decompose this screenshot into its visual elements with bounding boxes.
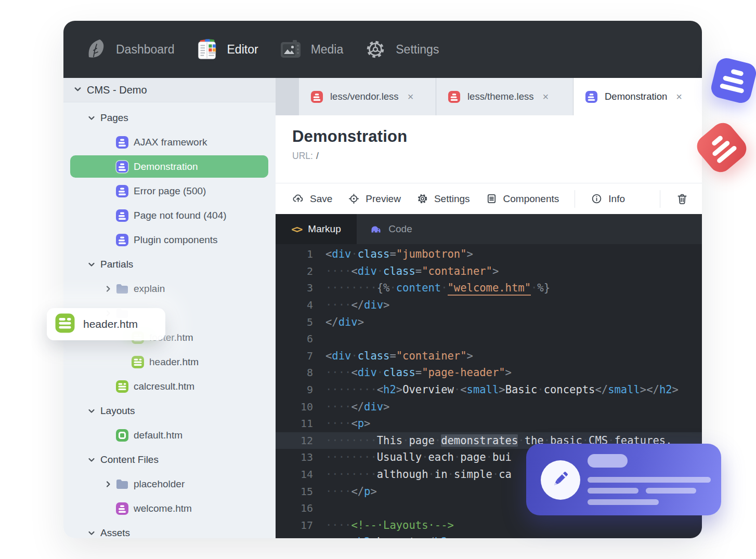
tree-item-label: Layouts <box>100 405 135 417</box>
code-line-10[interactable]: 10····</div> <box>276 398 702 415</box>
document-tab-less-theme.less[interactable]: less/theme.less × <box>436 78 573 115</box>
content-file-icon <box>115 502 129 515</box>
folder-icon <box>115 477 129 491</box>
url-label: URL: <box>292 151 313 161</box>
partial-file-icon <box>131 355 145 369</box>
line-number: 6 <box>276 332 325 345</box>
chevron-down-icon <box>87 260 96 269</box>
tree-section-pages[interactable]: Pages <box>63 105 276 130</box>
tree-item-error-page-500-[interactable]: Error page (500) <box>63 179 276 203</box>
toolbar-divider <box>575 190 575 208</box>
media-camera-icon <box>279 38 302 61</box>
toolbar-button-label: Settings <box>434 193 470 205</box>
skeleton-line <box>588 477 711 483</box>
editor-tab-markup[interactable]: <>Markup <box>276 214 357 244</box>
code-line-5[interactable]: 5</div> <box>276 313 702 330</box>
components-button[interactable]: Components <box>486 193 559 205</box>
nav-item-dashboard[interactable]: Dashboard <box>84 38 175 61</box>
document-tabstrip: less/vendor.less × less/theme.less × Dem… <box>276 78 702 115</box>
code-line-1[interactable]: 1<div·class="jumbotron"> <box>276 246 702 263</box>
tree-item-ajax-framework[interactable]: AJAX framework <box>63 130 276 154</box>
tree-item-default.htm[interactable]: default.htm <box>63 423 276 447</box>
preview-button[interactable]: Preview <box>348 193 401 205</box>
code-line-2[interactable]: 2····<div·class="container"> <box>276 263 702 280</box>
tree-section-assets[interactable]: Assets <box>63 521 276 538</box>
editor-tab-code[interactable]: Code <box>357 214 425 244</box>
nav-item-editor[interactable]: Editor <box>195 38 258 61</box>
document-header: Demonstration URL:/ <box>276 115 702 183</box>
nav-item-label: Dashboard <box>116 43 175 57</box>
tree-item-demonstration[interactable]: Demonstration <box>63 154 276 179</box>
tree-item-label: explain <box>134 283 165 295</box>
tree-item-plugin-components[interactable]: Plugin components <box>63 228 276 252</box>
drag-ghost: header.htm <box>47 308 165 340</box>
tree-item-label: Partials <box>100 259 133 270</box>
document-tab-less-vendor.less[interactable]: less/vendor.less × <box>299 78 436 115</box>
page-file-icon <box>115 184 129 198</box>
tree-item-label: AJAX framework <box>134 137 207 148</box>
tab-label: less/vendor.less <box>330 91 399 102</box>
line-number: 4 <box>276 299 325 311</box>
info-button[interactable]: Info <box>591 193 625 205</box>
file-red-icon <box>448 90 461 103</box>
skeleton-line <box>588 488 638 494</box>
folder-icon <box>115 282 129 296</box>
tree-item-explain[interactable]: explain <box>63 276 276 301</box>
line-number: 17 <box>276 519 325 531</box>
line-number: 16 <box>276 502 325 514</box>
floating-document-icon <box>709 56 756 105</box>
code-line-18[interactable]: 18····<h2>Layouts</h2> <box>276 534 702 538</box>
page-icon <box>585 90 598 103</box>
line-number: 12 <box>276 434 325 447</box>
tree-section-partials[interactable]: Partials <box>63 252 276 276</box>
tree-item-label: Assets <box>100 527 130 539</box>
tree-item-calcresult.htm[interactable]: calcresult.htm <box>63 374 276 398</box>
code-line-3[interactable]: 3········{%·content·"welcome.htm"·%} <box>276 280 702 297</box>
page-canvas: Dashboard Editor Media Settings <box>0 0 756 559</box>
tree-item-label: welcome.htm <box>134 503 192 514</box>
tree-item-page-not-found-404-[interactable]: Page not found (404) <box>63 203 276 228</box>
close-icon[interactable]: × <box>408 91 414 102</box>
line-number: 13 <box>276 451 325 463</box>
document-tab-demonstration[interactable]: Demonstration × <box>573 78 702 115</box>
page-file-icon <box>115 160 129 174</box>
code-line-7[interactable]: 7<div·class="container"> <box>276 348 702 365</box>
nav-item-settings[interactable]: Settings <box>364 38 439 61</box>
tab-label: less/theme.less <box>467 91 534 102</box>
line-number: 8 <box>276 366 325 379</box>
tree-item-label: calcresult.htm <box>134 381 194 392</box>
tree-section-layouts[interactable]: Layouts <box>63 398 276 423</box>
code-line-17[interactable]: 17····<!--·Layouts·--> <box>276 517 702 534</box>
chevron-down-icon <box>87 529 96 537</box>
tree-item-header.htm[interactable]: header.htm <box>63 350 276 374</box>
components-doc-icon <box>486 193 498 205</box>
chevron-right-icon <box>104 480 112 488</box>
tree-item-placeholder[interactable]: placeholder <box>63 472 276 496</box>
settings-button[interactable]: Settings <box>416 193 470 205</box>
code-line-11[interactable]: 11····<p> <box>276 415 702 432</box>
code-line-4[interactable]: 4····</div> <box>276 297 702 314</box>
editor-tabs: <>MarkupCode <box>276 214 702 244</box>
tree-item-label: placeholder <box>134 478 185 490</box>
line-number: 10 <box>276 401 325 413</box>
leaf-logo-icon <box>84 38 107 61</box>
tab-label: Demonstration <box>605 91 667 102</box>
tree-section-content-files[interactable]: Content Files <box>63 447 276 472</box>
line-number: 3 <box>276 282 325 294</box>
line-number: 9 <box>276 383 325 396</box>
nav-item-media[interactable]: Media <box>279 38 344 61</box>
code-line-6[interactable]: 6 <box>276 330 702 348</box>
chevron-right-icon <box>104 285 112 293</box>
code-line-8[interactable]: 8····<div·class="page-header"> <box>276 364 702 381</box>
tree-item-welcome.htm[interactable]: welcome.htm <box>63 496 276 521</box>
editor-tab-label: Code <box>388 223 412 235</box>
code-line-9[interactable]: 9········<h2>Overview·<small>Basic·conce… <box>276 381 702 398</box>
close-icon[interactable]: × <box>676 91 682 102</box>
toolbar-button-label: Save <box>310 193 332 205</box>
sidebar-root[interactable]: CMS - Demo <box>63 78 276 102</box>
delete-button[interactable] <box>676 193 688 205</box>
line-number: 15 <box>276 485 325 498</box>
line-number: 1 <box>276 248 325 260</box>
save-button[interactable]: Save <box>292 193 332 205</box>
close-icon[interactable]: × <box>543 91 549 102</box>
